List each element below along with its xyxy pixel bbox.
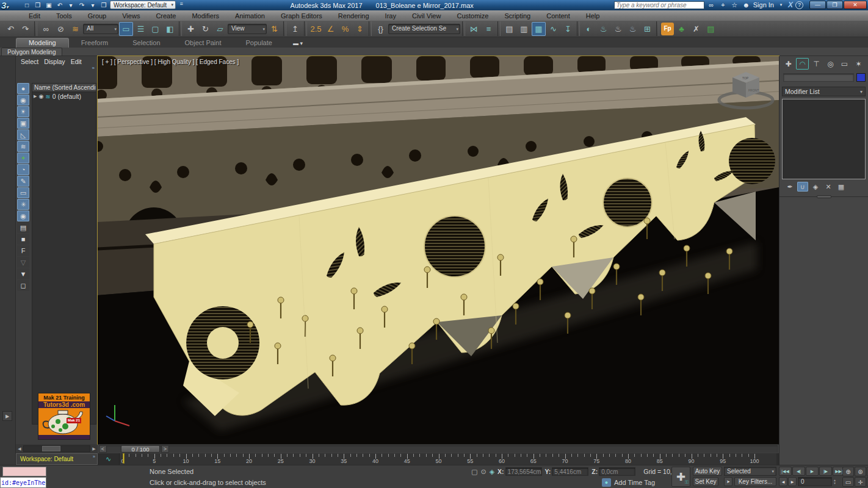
align-icon[interactable]: ≡ (482, 22, 496, 36)
menu-item[interactable]: Tools (48, 10, 80, 21)
add-time-tag-label[interactable]: Add Time Tag (614, 479, 655, 486)
menu-item[interactable]: Civil View (404, 10, 449, 21)
key-mode-toggle[interactable]: ➤ (724, 477, 732, 486)
display-cameras-icon[interactable]: ▣ (17, 118, 29, 129)
track-bar[interactable]: ∿ 05101520253035404550556065707580859095… (98, 453, 779, 465)
frame-spinner[interactable]: ▲▼ (832, 477, 837, 486)
menu-item[interactable]: Views (114, 10, 148, 21)
render-setup-icon[interactable]: ♨ (596, 22, 610, 36)
help-icon[interactable]: ? (795, 1, 803, 9)
absolute-offset-toggle-icon[interactable]: ◈ (490, 468, 494, 476)
explorer-row-default-layer[interactable]: ▶ ◉ ≋ 0 (default) (32, 92, 96, 101)
modifier-stack[interactable] (782, 99, 866, 179)
display-frozen-icon[interactable]: ✳ (17, 199, 29, 210)
sort-list-icon[interactable]: ▤ (17, 222, 29, 233)
viewport-canvas[interactable]: TOP FRONT (98, 56, 779, 444)
zoom-all-button[interactable]: ⊛ (855, 467, 866, 476)
set-keys-button[interactable]: ✚⚿ (671, 467, 690, 487)
field-of-view-button[interactable]: ▭ (842, 477, 854, 487)
make-unique-icon[interactable]: ◈ (810, 182, 821, 192)
explorer-menu-item[interactable]: Display (44, 58, 70, 67)
track-bar-ruler[interactable]: 0510152025303540455055606570758085909510… (123, 453, 754, 465)
user-icon[interactable]: ☻ (742, 1, 751, 9)
explorer-list[interactable]: Name (Sorted Ascending) ▶ ◉ ≋ 0 (default… (32, 83, 96, 425)
explorer-menu-item[interactable]: Select (21, 58, 44, 67)
menu-item[interactable]: Customize (449, 10, 496, 21)
polygon-modeling-panel-tab[interactable]: Polygon Modeling (1, 48, 62, 56)
ribbon-minimize-dropdown-icon[interactable]: ▬ ▾ (293, 40, 303, 48)
command-tab-hierarchy[interactable]: ⊤ (810, 58, 823, 70)
explorer-menu-item[interactable]: Edit (71, 58, 87, 67)
snaps-toggle-icon[interactable]: 2.5 (309, 22, 323, 36)
percent-snap-icon[interactable]: % (338, 22, 352, 36)
exchange-apps-icon[interactable]: X (788, 1, 793, 9)
display-helpers-icon[interactable]: ◺ (17, 129, 29, 140)
toggle-ribbon-icon[interactable]: ▦ (532, 22, 546, 36)
select-and-link-icon[interactable]: ∞ (39, 22, 53, 36)
next-frame-arrow[interactable]: > (161, 445, 169, 453)
select-and-rotate-icon[interactable]: ↻ (198, 22, 212, 36)
scrollbar-thumb[interactable] (42, 446, 60, 451)
menu-item[interactable]: Iray (377, 10, 404, 21)
named-selection-sets-dropdown[interactable]: Create Selection Se (388, 24, 460, 34)
panel-splitter[interactable] (779, 196, 868, 200)
time-slider-handle[interactable]: 0 / 100 (121, 445, 160, 453)
display-space-warps-icon[interactable]: ≋ (17, 141, 29, 152)
next-key-button[interactable]: ▶ (788, 477, 797, 486)
workspace-menu-icon[interactable]: ≡ (177, 1, 186, 9)
minimize-button[interactable]: — (809, 1, 826, 9)
search-input[interactable] (614, 1, 704, 9)
display-shapes-icon[interactable]: ◔ (17, 164, 29, 175)
object-color-swatch[interactable] (856, 73, 866, 82)
angle-snap-icon[interactable]: ∠ (324, 22, 338, 36)
selection-filter-dropdown[interactable]: All (83, 24, 118, 34)
time-slider-track[interactable] (99, 445, 778, 453)
display-color-swatch-icon[interactable]: ■ (17, 234, 29, 245)
visibility-eye-icon[interactable]: ◉ (38, 93, 43, 99)
open-file-icon[interactable]: ❒ (33, 1, 43, 9)
modifier-list-dropdown[interactable]: Modifier List (782, 87, 866, 96)
menu-item[interactable]: Create (148, 10, 184, 21)
app-logo[interactable]: 3▾ (1, 0, 20, 10)
redo-icon[interactable]: ↷ (18, 22, 32, 36)
command-tab-motion[interactable]: ◎ (824, 58, 837, 70)
edit-named-selection-sets-icon[interactable]: {} (374, 22, 388, 36)
select-and-move-icon[interactable]: ✚ (184, 22, 198, 36)
y-coordinate-field[interactable]: 5,4416cm (552, 467, 588, 476)
favorites-icon[interactable]: ☆ (730, 1, 739, 9)
expand-panel-button[interactable]: ▶ (2, 411, 12, 421)
display-frozen-f-icon[interactable]: F (17, 245, 29, 256)
forest-pack-icon[interactable]: Fp (661, 23, 674, 35)
command-tab-display[interactable]: ▭ (838, 58, 851, 70)
go-to-start-button[interactable]: |◀◀ (779, 467, 792, 476)
command-tab-create[interactable]: ✚ (782, 58, 795, 70)
redo-icon[interactable]: ↷ (77, 1, 87, 9)
menu-item[interactable]: Scripting (496, 10, 538, 21)
next-frame-button[interactable]: |▶ (819, 467, 832, 476)
configure-modifier-sets-icon[interactable]: ▦ (836, 182, 847, 192)
menu-item[interactable]: Animation (227, 10, 273, 21)
selection-region-lock-icon[interactable]: ▢ (471, 468, 477, 476)
add-time-tag[interactable]: ● Add Time Tag (602, 478, 655, 487)
x-coordinate-field[interactable]: 173,5654cm (505, 467, 542, 476)
workspace-bottom-tab[interactable]: Workspace: Default » (16, 453, 98, 465)
ribbon-tab-freeform[interactable]: Freeform (69, 38, 121, 48)
key-filters-button[interactable]: Key Filters... (734, 477, 776, 486)
show-end-result-icon[interactable]: ∪ (797, 182, 808, 192)
auto-key-button[interactable]: Auto Key (693, 467, 722, 476)
spinner-snap-icon[interactable]: ⇕ (353, 22, 367, 36)
zoom-button[interactable]: ⊕ (842, 467, 854, 476)
render-iterative-icon[interactable]: ♨ (611, 22, 625, 36)
lock-selection-icon[interactable]: ⊙ (480, 468, 486, 476)
explorer-overflow-icon[interactable]: » (92, 65, 95, 71)
pin-stack-icon[interactable]: ✒ (784, 182, 795, 192)
itoo-tools-icon[interactable]: ✗ (689, 22, 703, 36)
reference-coordinate-system-dropdown[interactable]: View (228, 24, 267, 34)
display-lights-icon[interactable]: ☀ (17, 106, 29, 117)
menu-item[interactable]: Rendering (330, 10, 377, 21)
undo-icon[interactable]: ↶ (55, 1, 65, 9)
sign-in-button[interactable]: Sign In (753, 1, 774, 9)
viewport-label[interactable]: [ + ] [ Perspective ] [ High Quality ] [… (102, 59, 239, 65)
display-objects-icon[interactable]: ● (17, 83, 29, 94)
use-pivot-point-center-icon[interactable]: ⇅ (267, 22, 281, 36)
